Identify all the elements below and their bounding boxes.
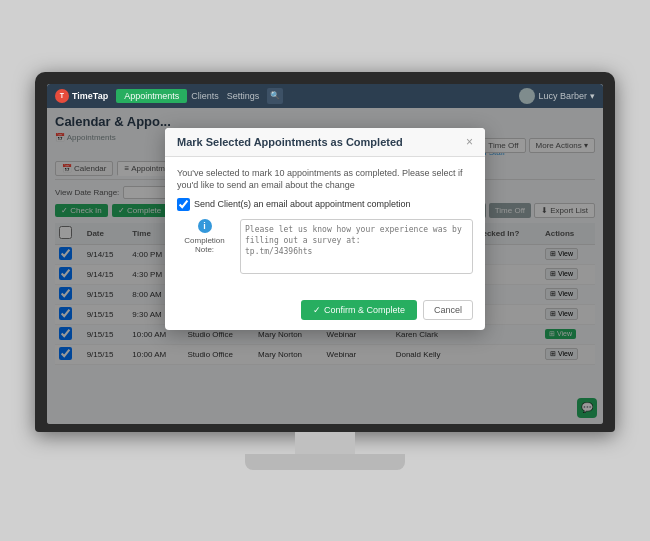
nav-link-clients[interactable]: Clients xyxy=(191,91,219,101)
confirm-icon: ✓ xyxy=(313,305,321,315)
modal-mark-complete: Mark Selected Appointments as Completed … xyxy=(165,128,485,330)
user-chevron-icon: ▾ xyxy=(590,91,595,101)
info-icon: i xyxy=(198,219,212,233)
user-menu[interactable]: Lucy Barber ▾ xyxy=(519,88,595,104)
nav-link-settings[interactable]: Settings xyxy=(227,91,260,101)
screen: T TimeTap Appointments Clients Settings … xyxy=(47,84,603,424)
stand-neck xyxy=(295,432,355,454)
search-icon[interactable]: 🔍 xyxy=(267,88,283,104)
top-nav: T TimeTap Appointments Clients Settings … xyxy=(47,84,603,108)
completion-label-col: i CompletionNote: xyxy=(177,219,232,274)
modal-header: Mark Selected Appointments as Completed … xyxy=(165,128,485,157)
email-checkbox-row: Send Client(s) an email about appointmen… xyxy=(177,198,473,211)
modal-body: You've selected to mark 10 appointments … xyxy=(165,157,485,294)
completion-label: CompletionNote: xyxy=(184,236,224,255)
nav-tab-appointments[interactable]: Appointments xyxy=(116,89,187,103)
modal-footer: ✓ Confirm & Complete Cancel xyxy=(165,294,485,330)
app: T TimeTap Appointments Clients Settings … xyxy=(47,84,603,424)
page-content: Calendar & Appo... 📅 Appointments Time O… xyxy=(47,108,603,424)
user-name: Lucy Barber xyxy=(538,91,587,101)
cancel-button[interactable]: Cancel xyxy=(423,300,473,320)
email-checkbox[interactable] xyxy=(177,198,190,211)
avatar xyxy=(519,88,535,104)
completion-textarea[interactable] xyxy=(240,219,473,274)
logo-text: TimeTap xyxy=(72,91,108,101)
screen-bezel: T TimeTap Appointments Clients Settings … xyxy=(35,72,615,432)
modal-title: Mark Selected Appointments as Completed xyxy=(177,136,403,148)
monitor: T TimeTap Appointments Clients Settings … xyxy=(35,72,615,470)
confirm-label: Confirm & Complete xyxy=(324,305,405,315)
confirm-complete-button[interactable]: ✓ Confirm & Complete xyxy=(301,300,417,320)
app-logo: T TimeTap xyxy=(55,89,108,103)
modal-description: You've selected to mark 10 appointments … xyxy=(177,167,473,192)
stand-base xyxy=(245,454,405,470)
completion-row: i CompletionNote: xyxy=(177,219,473,274)
close-icon[interactable]: × xyxy=(466,136,473,148)
email-checkbox-label: Send Client(s) an email about appointmen… xyxy=(194,199,411,209)
modal-overlay: Mark Selected Appointments as Completed … xyxy=(47,108,603,424)
logo-icon: T xyxy=(55,89,69,103)
